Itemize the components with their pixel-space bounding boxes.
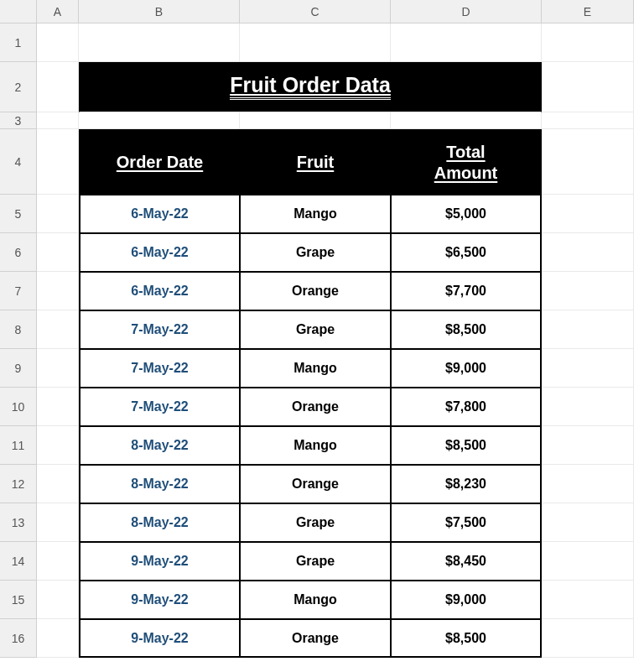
cell-e6[interactable]: [542, 233, 634, 272]
title-cell[interactable]: Fruit Order Data: [79, 62, 542, 112]
cell-c3[interactable]: [240, 112, 391, 129]
cell-amount[interactable]: $7,500: [391, 503, 542, 542]
cell-fruit[interactable]: Mango: [240, 581, 391, 619]
cell-e8[interactable]: [542, 310, 634, 349]
row-head-8[interactable]: 8: [0, 310, 37, 349]
cell-date[interactable]: 8-May-22: [79, 426, 240, 465]
cell-b3[interactable]: [79, 112, 240, 129]
cell-e9[interactable]: [542, 349, 634, 388]
cell-e16[interactable]: [542, 619, 634, 658]
cell-date[interactable]: 9-May-22: [79, 619, 240, 658]
cell-a3[interactable]: [37, 112, 79, 129]
cell-e12[interactable]: [542, 465, 634, 503]
cell-fruit[interactable]: Orange: [240, 272, 391, 310]
row-head-12[interactable]: 12: [0, 465, 37, 503]
col-head-c[interactable]: C: [240, 0, 391, 23]
cell-a12[interactable]: [37, 465, 79, 503]
col-head-b[interactable]: B: [79, 0, 240, 23]
col-header-total-amount[interactable]: Total Amount: [391, 129, 542, 195]
cell-fruit[interactable]: Orange: [240, 465, 391, 503]
row-head-7[interactable]: 7: [0, 272, 37, 310]
cell-a9[interactable]: [37, 349, 79, 388]
cell-amount[interactable]: $8,500: [391, 310, 542, 349]
cell-fruit[interactable]: Grape: [240, 310, 391, 349]
cell-amount[interactable]: $8,500: [391, 426, 542, 465]
cell-a14[interactable]: [37, 542, 79, 581]
row-head-5[interactable]: 5: [0, 195, 37, 233]
cell-a13[interactable]: [37, 503, 79, 542]
cell-date[interactable]: 6-May-22: [79, 272, 240, 310]
cell-fruit[interactable]: Orange: [240, 388, 391, 426]
cell-fruit[interactable]: Grape: [240, 503, 391, 542]
cell-date[interactable]: 8-May-22: [79, 503, 240, 542]
cell-e15[interactable]: [542, 581, 634, 619]
select-all-cell[interactable]: [0, 0, 37, 23]
row-head-2[interactable]: 2: [0, 62, 37, 112]
cell-a7[interactable]: [37, 272, 79, 310]
row-head-4[interactable]: 4: [0, 129, 37, 195]
cell-amount[interactable]: $7,800: [391, 388, 542, 426]
cell-a8[interactable]: [37, 310, 79, 349]
cell-a15[interactable]: [37, 581, 79, 619]
cell-date[interactable]: 9-May-22: [79, 542, 240, 581]
cell-a1[interactable]: [37, 23, 79, 62]
cell-e13[interactable]: [542, 503, 634, 542]
row-head-6[interactable]: 6: [0, 233, 37, 272]
cell-fruit[interactable]: Mango: [240, 426, 391, 465]
cell-amount[interactable]: $8,450: [391, 542, 542, 581]
cell-a16[interactable]: [37, 619, 79, 658]
cell-amount[interactable]: $9,000: [391, 349, 542, 388]
cell-amount[interactable]: $8,500: [391, 619, 542, 658]
cell-e11[interactable]: [542, 426, 634, 465]
cell-amount[interactable]: $5,000: [391, 195, 542, 233]
cell-fruit[interactable]: Mango: [240, 349, 391, 388]
row-head-10[interactable]: 10: [0, 388, 37, 426]
cell-date[interactable]: 7-May-22: [79, 388, 240, 426]
cell-amount[interactable]: $9,000: [391, 581, 542, 619]
cell-d3[interactable]: [391, 112, 542, 129]
cell-amount[interactable]: $7,700: [391, 272, 542, 310]
cell-fruit[interactable]: Grape: [240, 233, 391, 272]
row-head-1[interactable]: 1: [0, 23, 37, 62]
cell-fruit[interactable]: Grape: [240, 542, 391, 581]
row-head-9[interactable]: 9: [0, 349, 37, 388]
cell-date[interactable]: 9-May-22: [79, 581, 240, 619]
row-head-13[interactable]: 13: [0, 503, 37, 542]
cell-c1[interactable]: [240, 23, 391, 62]
cell-date[interactable]: 6-May-22: [79, 195, 240, 233]
cell-a4[interactable]: [37, 129, 79, 195]
cell-e5[interactable]: [542, 195, 634, 233]
cell-amount[interactable]: $6,500: [391, 233, 542, 272]
cell-fruit[interactable]: Mango: [240, 195, 391, 233]
row-head-3[interactable]: 3: [0, 112, 37, 129]
cell-d1[interactable]: [391, 23, 542, 62]
cell-a6[interactable]: [37, 233, 79, 272]
cell-e7[interactable]: [542, 272, 634, 310]
cell-date[interactable]: 7-May-22: [79, 310, 240, 349]
cell-a2[interactable]: [37, 62, 79, 112]
cell-e1[interactable]: [542, 23, 634, 62]
cell-fruit[interactable]: Orange: [240, 619, 391, 658]
row-head-14[interactable]: 14: [0, 542, 37, 581]
cell-date[interactable]: 8-May-22: [79, 465, 240, 503]
cell-b1[interactable]: [79, 23, 240, 62]
col-head-a[interactable]: A: [37, 0, 79, 23]
col-header-order-date[interactable]: Order Date: [79, 129, 240, 195]
cell-e2[interactable]: [542, 62, 634, 112]
cell-a10[interactable]: [37, 388, 79, 426]
cell-e14[interactable]: [542, 542, 634, 581]
cell-e10[interactable]: [542, 388, 634, 426]
cell-a11[interactable]: [37, 426, 79, 465]
col-head-d[interactable]: D: [391, 0, 542, 23]
row-head-15[interactable]: 15: [0, 581, 37, 619]
cell-date[interactable]: 7-May-22: [79, 349, 240, 388]
col-head-e[interactable]: E: [542, 0, 634, 23]
cell-e4[interactable]: [542, 129, 634, 195]
cell-a5[interactable]: [37, 195, 79, 233]
cell-e3[interactable]: [542, 112, 634, 129]
col-header-fruit[interactable]: Fruit: [240, 129, 391, 195]
cell-amount[interactable]: $8,230: [391, 465, 542, 503]
row-head-16[interactable]: 16: [0, 619, 37, 658]
row-head-11[interactable]: 11: [0, 426, 37, 465]
cell-date[interactable]: 6-May-22: [79, 233, 240, 272]
